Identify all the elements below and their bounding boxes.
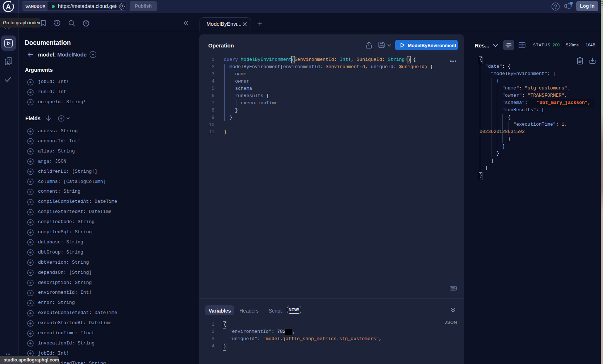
svg-text:A: A (6, 3, 11, 11)
